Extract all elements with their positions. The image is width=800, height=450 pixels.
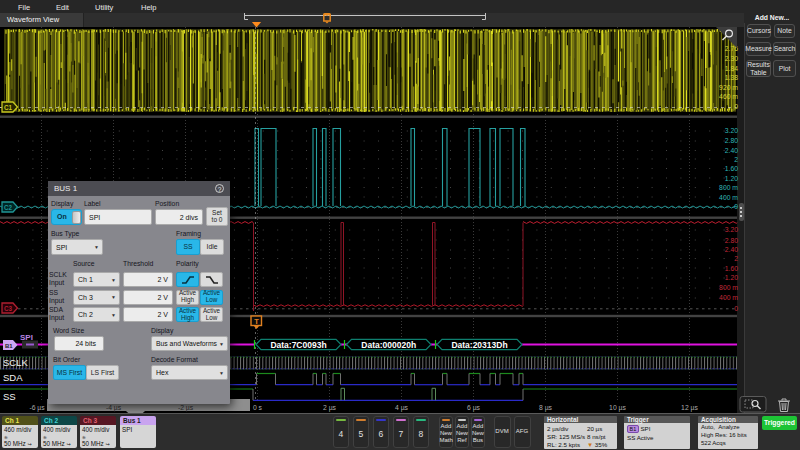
svg-text:SS: SS xyxy=(3,391,16,402)
svg-text:T: T xyxy=(254,317,259,326)
svg-text:2: 2 xyxy=(734,156,738,163)
svg-text:1.38: 1.38 xyxy=(725,74,738,81)
svg-text:SPI: SPI xyxy=(20,333,33,342)
svg-text:1.60: 1.60 xyxy=(725,165,738,172)
svg-text:2: 2 xyxy=(734,255,738,262)
svg-text:C1: C1 xyxy=(4,104,13,111)
svg-text:-4 µs: -4 µs xyxy=(106,404,122,412)
svg-text:400 m: 400 m xyxy=(719,194,738,201)
svg-text:4 µs: 4 µs xyxy=(395,404,409,412)
svg-text:Data:000020h: Data:000020h xyxy=(361,340,416,350)
svg-text:460 m: 460 m xyxy=(719,93,738,100)
svg-text:1.20: 1.20 xyxy=(725,175,738,182)
svg-text:Data:20313Dh: Data:20313Dh xyxy=(451,340,507,350)
svg-text:C3: C3 xyxy=(4,305,13,312)
svg-text:12 µs: 12 µs xyxy=(681,404,698,412)
svg-text:2.40: 2.40 xyxy=(725,147,738,154)
svg-text:1.20: 1.20 xyxy=(725,274,738,281)
svg-text:3.20: 3.20 xyxy=(725,226,738,233)
svg-text:SCLK: SCLK xyxy=(3,357,28,368)
svg-text:Data:7C0093h: Data:7C0093h xyxy=(270,340,326,350)
svg-text:10 µs: 10 µs xyxy=(609,404,626,412)
svg-text:800 m: 800 m xyxy=(719,284,738,291)
svg-text:400 m: 400 m xyxy=(719,294,738,301)
svg-text:C2: C2 xyxy=(4,204,13,211)
svg-text:2.40: 2.40 xyxy=(725,246,738,253)
svg-text:920 m: 920 m xyxy=(719,84,738,91)
svg-text:0: 0 xyxy=(734,103,738,110)
svg-text:0: 0 xyxy=(734,305,738,312)
svg-text:8 µs: 8 µs xyxy=(539,404,553,412)
svg-text:-2 µs: -2 µs xyxy=(178,404,194,412)
svg-text:6 µs: 6 µs xyxy=(467,404,481,412)
svg-text:2 µs: 2 µs xyxy=(323,404,337,412)
svg-text:2.80: 2.80 xyxy=(725,137,738,144)
svg-text:2.30: 2.30 xyxy=(725,55,738,62)
svg-text:SDA: SDA xyxy=(3,372,23,383)
svg-text:1.60: 1.60 xyxy=(725,265,738,272)
svg-text:B1: B1 xyxy=(5,343,13,349)
svg-text:-6 µs: -6 µs xyxy=(29,404,45,412)
svg-text:0 s: 0 s xyxy=(253,404,263,411)
svg-text:3.20: 3.20 xyxy=(725,127,738,134)
svg-text:2.80: 2.80 xyxy=(725,237,738,244)
svg-text:1.84: 1.84 xyxy=(725,65,738,72)
svg-text:800 m: 800 m xyxy=(719,184,738,191)
svg-text:0: 0 xyxy=(734,203,738,210)
